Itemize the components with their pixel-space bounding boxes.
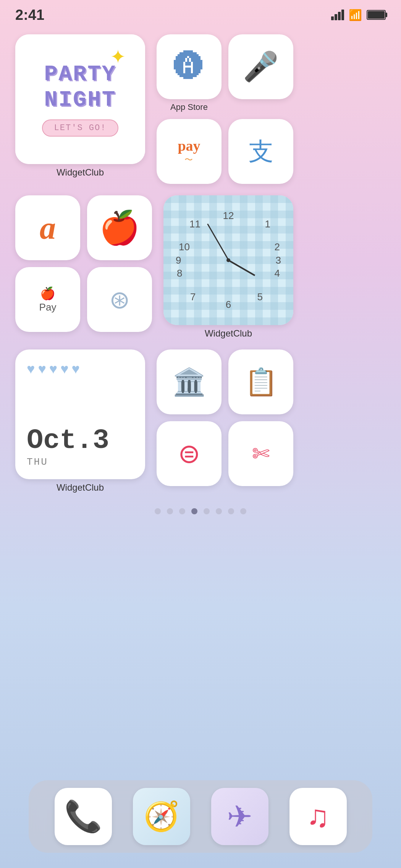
clock-num-3: 3	[276, 254, 281, 266]
row3: ♥ ♥ ♥ ♥ ♥ Oct.3 THU WidgetClub 🏛️ 📋	[15, 349, 386, 493]
left-2x2-grid: a 🍎 🍎 Pay ⊛	[15, 195, 152, 339]
clock-gingham-bg: 12 1 2 3 4 5 6 7 8 9 10 11	[163, 195, 293, 325]
clock-num-12: 12	[223, 210, 234, 222]
calendar-widget-app[interactable]: ♥ ♥ ♥ ♥ ♥ Oct.3 THU	[15, 349, 145, 479]
appstore-top-row: 🅐 App Store 🎤	[157, 34, 293, 112]
microphone-container: 🎤	[228, 34, 293, 112]
apple-icon: 🍎	[99, 209, 140, 247]
alipay-app[interactable]: 支	[228, 119, 293, 184]
amazon-pay-app[interactable]: pay 〜	[157, 119, 222, 184]
clock-widget-app[interactable]: 12 1 2 3 4 5 6 7 8 9 10 11	[163, 195, 293, 325]
apple-pay-apple-icon: 🍎	[40, 286, 55, 301]
clock-widget-label: WidgetClub	[205, 328, 252, 339]
lets-go-button: LET'S GO!	[42, 119, 119, 137]
calendar-date: Oct.3	[27, 425, 134, 456]
dot-2	[167, 508, 173, 514]
amazon-arrow-icon: 〜	[184, 154, 193, 166]
clock-face: 12 1 2 3 4 5 6 7 8 9 10 11	[175, 207, 282, 314]
row2: a 🍎 🍎 Pay ⊛	[15, 195, 386, 339]
microphone-icon: 🎤	[243, 50, 279, 84]
dock-telegram-app[interactable]: ✈	[211, 788, 268, 845]
dot-5	[204, 508, 210, 514]
app-store-app[interactable]: 🅐	[157, 34, 222, 99]
calendar-day: THU	[27, 456, 134, 468]
status-time: 2:41	[15, 7, 44, 23]
app-store-label: App Store	[170, 102, 208, 112]
appstore-column: 🅐 App Store 🎤 pay 〜	[157, 34, 293, 184]
safari-compass-icon: 🧭	[144, 800, 179, 833]
right-2x2-grid: 🏛️ 📋 ⊜ ✄	[157, 349, 293, 493]
capcut-app[interactable]: ✄	[228, 421, 293, 486]
apple-pay-label-text: Pay	[39, 301, 57, 313]
clock-hour-hand	[228, 259, 255, 276]
museum-app[interactable]: 🏛️	[157, 349, 222, 414]
clock-center-dot	[226, 258, 230, 262]
apple-support-app[interactable]: 🍎	[87, 195, 152, 260]
phone-icon: 📞	[64, 799, 102, 834]
notebook-icon: 📋	[244, 366, 278, 398]
clock-num-10: 10	[179, 241, 190, 253]
layers-app[interactable]: ⊜	[157, 421, 222, 486]
app-store-icon: 🅐	[174, 49, 204, 84]
clock-num-2: 2	[275, 241, 280, 253]
page-dots	[15, 508, 386, 514]
row1: ✦ PARTY NIGHT LET'S GO! WidgetClub 🅐 A	[15, 34, 386, 184]
status-icons: 📶	[331, 9, 386, 21]
heart-2: ♥	[38, 361, 46, 377]
clock-num-11: 11	[189, 218, 200, 230]
kindle-app[interactable]: ⊛	[87, 267, 152, 332]
home-screen: ✦ PARTY NIGHT LET'S GO! WidgetClub 🅐 A	[0, 27, 401, 533]
clock-num-9: 9	[176, 254, 181, 266]
music-note-icon: ♫	[307, 799, 330, 834]
clock-num-4: 4	[275, 267, 280, 279]
notebook-app[interactable]: 📋	[228, 349, 293, 414]
clock-num-8: 8	[177, 267, 182, 279]
apple-pay-app[interactable]: 🍎 Pay	[15, 267, 80, 332]
telegram-icon: ✈	[227, 799, 252, 834]
heart-1: ♥	[27, 361, 35, 377]
widget-club-1-app[interactable]: ✦ PARTY NIGHT LET'S GO!	[15, 34, 145, 164]
dot-7	[228, 508, 234, 514]
appstore-bottom-row: pay 〜 支	[157, 119, 293, 184]
museum-icon: 🏛️	[173, 366, 206, 398]
signal-icon	[331, 10, 344, 20]
calendar-widget-container: ♥ ♥ ♥ ♥ ♥ Oct.3 THU WidgetClub	[15, 349, 145, 493]
dock-phone-app[interactable]: 📞	[55, 788, 112, 845]
dot-6	[216, 508, 222, 514]
clock-widget-container: 12 1 2 3 4 5 6 7 8 9 10 11	[163, 195, 293, 339]
status-bar: 2:41 📶	[0, 0, 401, 27]
dot-8	[240, 508, 246, 514]
wifi-icon: 📶	[349, 9, 362, 21]
battery-icon	[367, 10, 386, 20]
heart-5: ♥	[72, 361, 80, 377]
star-icon: ✦	[110, 46, 126, 68]
dot-1	[155, 508, 161, 514]
calendar-widget-label: WidgetClub	[57, 482, 104, 493]
heart-4: ♥	[60, 361, 68, 377]
dot-3	[179, 508, 185, 514]
widget-club-1-container: ✦ PARTY NIGHT LET'S GO! WidgetClub	[15, 34, 145, 178]
clock-num-7: 7	[190, 291, 196, 303]
kindle-icon: ⊛	[109, 285, 130, 314]
microphone-app[interactable]: 🎤	[228, 34, 293, 99]
app-store-container: 🅐 App Store	[157, 34, 222, 112]
dock: 📞 🧭 ✈ ♫	[29, 780, 372, 853]
dot-4-active	[191, 508, 197, 514]
party-night-text: PARTY NIGHT	[44, 62, 116, 113]
amazon-app[interactable]: a	[15, 195, 80, 260]
widget-club-1-label: WidgetClub	[57, 167, 104, 178]
clock-num-1: 1	[265, 218, 270, 230]
amazon-icon: a	[40, 209, 56, 246]
clock-minute-hand	[207, 224, 229, 261]
clock-num-6: 6	[226, 299, 231, 311]
capcut-icon: ✄	[252, 441, 270, 466]
layers-icon: ⊜	[178, 438, 200, 469]
pixel-hearts-row: ♥ ♥ ♥ ♥ ♥	[27, 361, 134, 377]
amazon-pay-text: pay	[178, 137, 200, 154]
clock-num-5: 5	[257, 291, 263, 303]
dock-safari-app[interactable]: 🧭	[133, 788, 190, 845]
alipay-icon: 支	[249, 135, 273, 168]
heart-3: ♥	[49, 361, 57, 377]
dock-music-app[interactable]: ♫	[289, 788, 347, 845]
